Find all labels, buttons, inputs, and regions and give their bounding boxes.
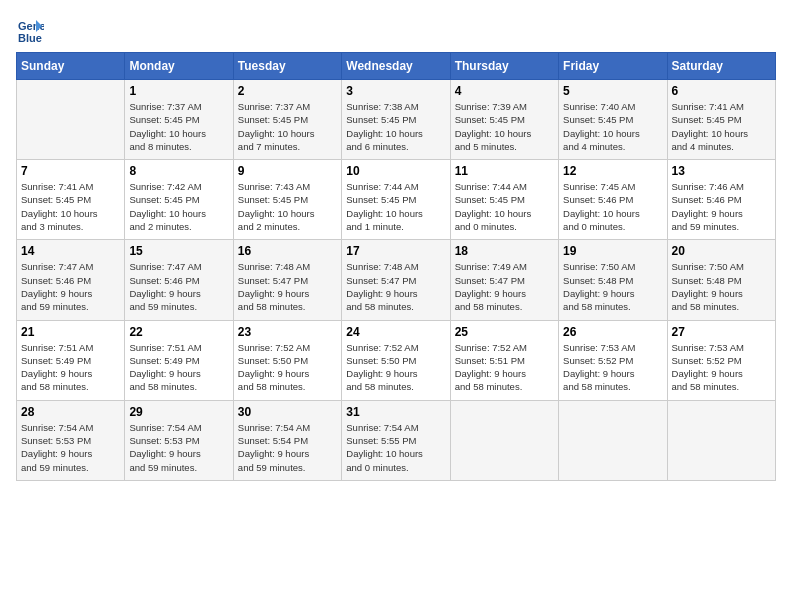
column-header-sunday: Sunday (17, 53, 125, 80)
day-info: Sunrise: 7:37 AM Sunset: 5:45 PM Dayligh… (238, 100, 337, 153)
logo-icon: General Blue (16, 16, 44, 44)
week-row-5: 28Sunrise: 7:54 AM Sunset: 5:53 PM Dayli… (17, 400, 776, 480)
day-info: Sunrise: 7:43 AM Sunset: 5:45 PM Dayligh… (238, 180, 337, 233)
day-info: Sunrise: 7:47 AM Sunset: 5:46 PM Dayligh… (129, 260, 228, 313)
day-info: Sunrise: 7:38 AM Sunset: 5:45 PM Dayligh… (346, 100, 445, 153)
day-info: Sunrise: 7:52 AM Sunset: 5:50 PM Dayligh… (346, 341, 445, 394)
day-info: Sunrise: 7:53 AM Sunset: 5:52 PM Dayligh… (672, 341, 771, 394)
day-info: Sunrise: 7:44 AM Sunset: 5:45 PM Dayligh… (346, 180, 445, 233)
calendar-cell (667, 400, 775, 480)
calendar-cell: 26Sunrise: 7:53 AM Sunset: 5:52 PM Dayli… (559, 320, 667, 400)
calendar-cell: 22Sunrise: 7:51 AM Sunset: 5:49 PM Dayli… (125, 320, 233, 400)
calendar-table: SundayMondayTuesdayWednesdayThursdayFrid… (16, 52, 776, 481)
calendar-cell: 19Sunrise: 7:50 AM Sunset: 5:48 PM Dayli… (559, 240, 667, 320)
day-number: 8 (129, 164, 228, 178)
calendar-cell (450, 400, 558, 480)
day-number: 27 (672, 325, 771, 339)
day-number: 7 (21, 164, 120, 178)
day-number: 31 (346, 405, 445, 419)
calendar-cell: 29Sunrise: 7:54 AM Sunset: 5:53 PM Dayli… (125, 400, 233, 480)
day-info: Sunrise: 7:45 AM Sunset: 5:46 PM Dayligh… (563, 180, 662, 233)
day-info: Sunrise: 7:48 AM Sunset: 5:47 PM Dayligh… (346, 260, 445, 313)
calendar-cell: 5Sunrise: 7:40 AM Sunset: 5:45 PM Daylig… (559, 80, 667, 160)
day-number: 20 (672, 244, 771, 258)
day-number: 14 (21, 244, 120, 258)
day-number: 6 (672, 84, 771, 98)
calendar-cell (559, 400, 667, 480)
day-number: 21 (21, 325, 120, 339)
calendar-cell: 18Sunrise: 7:49 AM Sunset: 5:47 PM Dayli… (450, 240, 558, 320)
calendar-cell: 24Sunrise: 7:52 AM Sunset: 5:50 PM Dayli… (342, 320, 450, 400)
calendar-cell: 1Sunrise: 7:37 AM Sunset: 5:45 PM Daylig… (125, 80, 233, 160)
day-info: Sunrise: 7:47 AM Sunset: 5:46 PM Dayligh… (21, 260, 120, 313)
day-number: 15 (129, 244, 228, 258)
day-number: 25 (455, 325, 554, 339)
day-info: Sunrise: 7:54 AM Sunset: 5:55 PM Dayligh… (346, 421, 445, 474)
day-info: Sunrise: 7:48 AM Sunset: 5:47 PM Dayligh… (238, 260, 337, 313)
column-header-saturday: Saturday (667, 53, 775, 80)
calendar-cell: 28Sunrise: 7:54 AM Sunset: 5:53 PM Dayli… (17, 400, 125, 480)
day-info: Sunrise: 7:44 AM Sunset: 5:45 PM Dayligh… (455, 180, 554, 233)
day-number: 16 (238, 244, 337, 258)
calendar-cell: 4Sunrise: 7:39 AM Sunset: 5:45 PM Daylig… (450, 80, 558, 160)
day-info: Sunrise: 7:51 AM Sunset: 5:49 PM Dayligh… (129, 341, 228, 394)
calendar-cell (17, 80, 125, 160)
day-info: Sunrise: 7:50 AM Sunset: 5:48 PM Dayligh… (672, 260, 771, 313)
day-info: Sunrise: 7:54 AM Sunset: 5:53 PM Dayligh… (21, 421, 120, 474)
calendar-cell: 2Sunrise: 7:37 AM Sunset: 5:45 PM Daylig… (233, 80, 341, 160)
column-header-friday: Friday (559, 53, 667, 80)
calendar-cell: 7Sunrise: 7:41 AM Sunset: 5:45 PM Daylig… (17, 160, 125, 240)
day-number: 3 (346, 84, 445, 98)
day-info: Sunrise: 7:41 AM Sunset: 5:45 PM Dayligh… (672, 100, 771, 153)
calendar-cell: 10Sunrise: 7:44 AM Sunset: 5:45 PM Dayli… (342, 160, 450, 240)
calendar-cell: 27Sunrise: 7:53 AM Sunset: 5:52 PM Dayli… (667, 320, 775, 400)
day-number: 5 (563, 84, 662, 98)
svg-text:Blue: Blue (18, 32, 42, 44)
day-number: 30 (238, 405, 337, 419)
day-info: Sunrise: 7:53 AM Sunset: 5:52 PM Dayligh… (563, 341, 662, 394)
day-info: Sunrise: 7:49 AM Sunset: 5:47 PM Dayligh… (455, 260, 554, 313)
day-info: Sunrise: 7:54 AM Sunset: 5:53 PM Dayligh… (129, 421, 228, 474)
column-header-tuesday: Tuesday (233, 53, 341, 80)
day-number: 12 (563, 164, 662, 178)
day-number: 29 (129, 405, 228, 419)
calendar-cell: 11Sunrise: 7:44 AM Sunset: 5:45 PM Dayli… (450, 160, 558, 240)
column-header-monday: Monday (125, 53, 233, 80)
calendar-cell: 23Sunrise: 7:52 AM Sunset: 5:50 PM Dayli… (233, 320, 341, 400)
calendar-body: 1Sunrise: 7:37 AM Sunset: 5:45 PM Daylig… (17, 80, 776, 481)
day-info: Sunrise: 7:52 AM Sunset: 5:51 PM Dayligh… (455, 341, 554, 394)
day-number: 10 (346, 164, 445, 178)
calendar-cell: 14Sunrise: 7:47 AM Sunset: 5:46 PM Dayli… (17, 240, 125, 320)
calendar-cell: 13Sunrise: 7:46 AM Sunset: 5:46 PM Dayli… (667, 160, 775, 240)
calendar-cell: 9Sunrise: 7:43 AM Sunset: 5:45 PM Daylig… (233, 160, 341, 240)
calendar-cell: 31Sunrise: 7:54 AM Sunset: 5:55 PM Dayli… (342, 400, 450, 480)
calendar-cell: 3Sunrise: 7:38 AM Sunset: 5:45 PM Daylig… (342, 80, 450, 160)
week-row-2: 7Sunrise: 7:41 AM Sunset: 5:45 PM Daylig… (17, 160, 776, 240)
day-number: 1 (129, 84, 228, 98)
day-number: 19 (563, 244, 662, 258)
day-number: 11 (455, 164, 554, 178)
day-info: Sunrise: 7:54 AM Sunset: 5:54 PM Dayligh… (238, 421, 337, 474)
day-info: Sunrise: 7:50 AM Sunset: 5:48 PM Dayligh… (563, 260, 662, 313)
day-number: 13 (672, 164, 771, 178)
calendar-cell: 12Sunrise: 7:45 AM Sunset: 5:46 PM Dayli… (559, 160, 667, 240)
calendar-cell: 15Sunrise: 7:47 AM Sunset: 5:46 PM Dayli… (125, 240, 233, 320)
day-info: Sunrise: 7:39 AM Sunset: 5:45 PM Dayligh… (455, 100, 554, 153)
column-header-wednesday: Wednesday (342, 53, 450, 80)
calendar-cell: 30Sunrise: 7:54 AM Sunset: 5:54 PM Dayli… (233, 400, 341, 480)
day-info: Sunrise: 7:41 AM Sunset: 5:45 PM Dayligh… (21, 180, 120, 233)
week-row-1: 1Sunrise: 7:37 AM Sunset: 5:45 PM Daylig… (17, 80, 776, 160)
day-number: 24 (346, 325, 445, 339)
day-number: 23 (238, 325, 337, 339)
day-number: 9 (238, 164, 337, 178)
calendar-cell: 8Sunrise: 7:42 AM Sunset: 5:45 PM Daylig… (125, 160, 233, 240)
day-info: Sunrise: 7:46 AM Sunset: 5:46 PM Dayligh… (672, 180, 771, 233)
header: General Blue (16, 16, 776, 44)
day-number: 4 (455, 84, 554, 98)
day-number: 17 (346, 244, 445, 258)
calendar-cell: 21Sunrise: 7:51 AM Sunset: 5:49 PM Dayli… (17, 320, 125, 400)
day-number: 28 (21, 405, 120, 419)
day-number: 2 (238, 84, 337, 98)
calendar-cell: 25Sunrise: 7:52 AM Sunset: 5:51 PM Dayli… (450, 320, 558, 400)
day-info: Sunrise: 7:37 AM Sunset: 5:45 PM Dayligh… (129, 100, 228, 153)
